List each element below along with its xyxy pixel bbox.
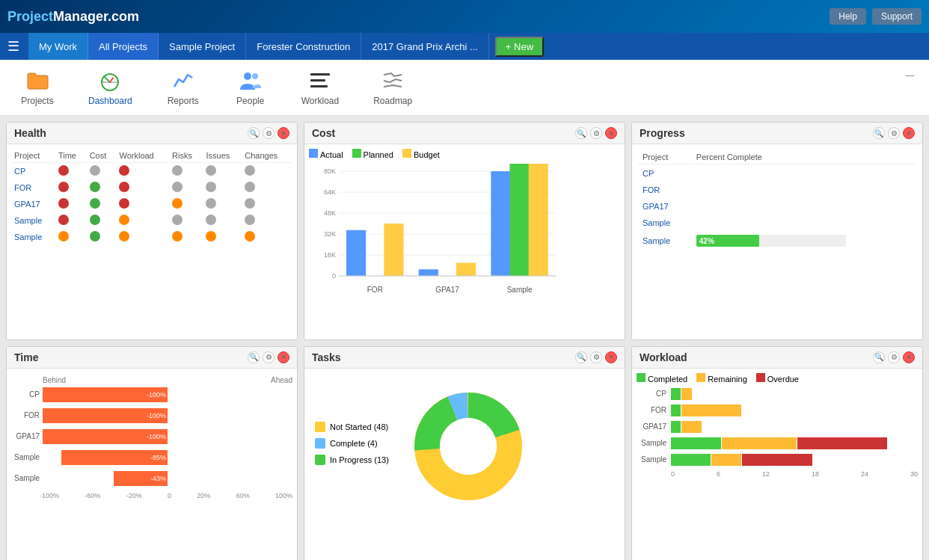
time-dot bbox=[58, 182, 69, 192]
project-link[interactable]: Sample bbox=[14, 233, 42, 241]
health-row: Sample bbox=[11, 212, 292, 229]
cost-dot bbox=[90, 182, 100, 192]
workload-body: Completed Remaining Overdue CP FOR GPA17… bbox=[632, 369, 922, 561]
logo-manager: Manager.com bbox=[53, 9, 139, 24]
nav-workload[interactable]: Workload bbox=[295, 66, 345, 109]
project-link[interactable]: Sample bbox=[14, 216, 42, 225]
cost-chart: 016K32K48K64K80KFORGPA17Sample bbox=[309, 164, 620, 298]
nav-tabs: ☰ My Work All Projects Sample Project Fo… bbox=[0, 33, 929, 60]
issues-dot bbox=[206, 182, 216, 192]
progress-row: Sample bbox=[638, 215, 916, 230]
new-button[interactable]: + New bbox=[495, 37, 544, 57]
time-bar-neg: -100% bbox=[43, 408, 168, 423]
svg-point-33 bbox=[440, 418, 497, 475]
nav-projects[interactable]: Projects bbox=[15, 66, 60, 109]
workload-bars-row bbox=[671, 454, 812, 466]
progress-close-icon[interactable]: ✕ bbox=[903, 127, 915, 139]
progress-row: Sample 42% bbox=[638, 232, 916, 250]
tab-all-projects[interactable]: All Projects bbox=[88, 33, 159, 60]
remaining-bar bbox=[711, 454, 741, 466]
nav-dashboard[interactable]: Dashboard bbox=[82, 66, 138, 109]
progress-project-link[interactable]: Sample bbox=[643, 236, 670, 245]
cost-search-icon[interactable]: 🔍 bbox=[575, 127, 587, 139]
tab-forester-construction[interactable]: Forester Construction bbox=[246, 33, 361, 60]
workload-dot bbox=[119, 215, 129, 225]
time-row-label: FOR bbox=[11, 411, 40, 419]
progress-settings-icon[interactable]: ⚙ bbox=[888, 127, 900, 139]
completed-bar bbox=[671, 437, 721, 449]
health-body: Project Time Cost Workload Risks Issues … bbox=[7, 144, 297, 339]
tasks-close-icon[interactable]: ✕ bbox=[605, 351, 617, 363]
health-col-changes: Changes bbox=[242, 149, 292, 163]
progress-row: GPA17 bbox=[638, 199, 916, 214]
support-button[interactable]: Support bbox=[872, 8, 922, 25]
svg-point-3 bbox=[252, 73, 258, 79]
progress-controls: 🔍 ⚙ ✕ bbox=[873, 127, 915, 139]
time-close-icon[interactable]: ✕ bbox=[278, 351, 289, 363]
nav-people[interactable]: People bbox=[228, 66, 273, 109]
time-search-icon[interactable]: 🔍 bbox=[248, 351, 260, 363]
workload-row: FOR bbox=[637, 404, 918, 416]
dashboard-icon bbox=[98, 69, 122, 93]
health-close-icon[interactable]: ✕ bbox=[278, 127, 289, 139]
tab-grand-prix[interactable]: 2017 Grand Prix Archi ... bbox=[361, 33, 489, 60]
help-button[interactable]: Help bbox=[830, 8, 866, 25]
svg-rect-27 bbox=[529, 164, 548, 276]
time-title: Time bbox=[14, 351, 38, 363]
health-col-time: Time bbox=[55, 149, 87, 163]
folder-icon bbox=[25, 69, 49, 93]
roadmap-icon bbox=[381, 69, 405, 93]
workload-search-icon[interactable]: 🔍 bbox=[873, 351, 885, 363]
project-link[interactable]: FOR bbox=[14, 183, 31, 192]
time-settings-icon[interactable]: ⚙ bbox=[263, 351, 275, 363]
tab-my-work[interactable]: My Work bbox=[28, 33, 88, 60]
cost-close-icon[interactable]: ✕ bbox=[605, 127, 617, 139]
remaining-bar bbox=[681, 388, 691, 400]
time-bar-neg: -85% bbox=[61, 450, 168, 465]
cost-panel-header: Cost 🔍 ⚙ ✕ bbox=[304, 123, 625, 144]
workload-row: Sample bbox=[637, 437, 918, 449]
tasks-search-icon[interactable]: 🔍 bbox=[575, 351, 587, 363]
time-controls: 🔍 ⚙ ✕ bbox=[248, 351, 289, 363]
workload-close-icon[interactable]: ✕ bbox=[903, 351, 915, 363]
health-row: Sample bbox=[11, 229, 292, 245]
health-search-icon[interactable]: 🔍 bbox=[248, 127, 260, 139]
progress-panel: Progress 🔍 ⚙ ✕ Project Percent Complete … bbox=[631, 122, 923, 340]
progress-search-icon[interactable]: 🔍 bbox=[873, 127, 885, 139]
svg-rect-26 bbox=[510, 164, 530, 276]
health-col-workload: Workload bbox=[116, 149, 169, 163]
nav-roadmap[interactable]: Roadmap bbox=[367, 66, 418, 109]
workload-bars-row bbox=[671, 421, 702, 433]
project-link[interactable]: GPA17 bbox=[14, 200, 40, 209]
workload-icon bbox=[308, 69, 332, 93]
time-header: Behind Ahead bbox=[11, 376, 292, 384]
completed-bar bbox=[671, 404, 681, 416]
workload-settings-icon[interactable]: ⚙ bbox=[888, 351, 900, 363]
cost-dot bbox=[90, 215, 100, 225]
in-progress-legend: In Progress (13) bbox=[315, 455, 389, 465]
changes-dot bbox=[245, 182, 255, 192]
reports-icon bbox=[171, 69, 195, 93]
workload-row: CP bbox=[637, 388, 918, 400]
minimize-icon[interactable]: ─ bbox=[906, 69, 914, 82]
cost-dot bbox=[90, 198, 100, 209]
risks-dot bbox=[172, 198, 183, 209]
progress-project-link[interactable]: Sample bbox=[643, 218, 670, 227]
tab-sample-project[interactable]: Sample Project bbox=[159, 33, 246, 60]
nav-reports[interactable]: Reports bbox=[161, 66, 206, 109]
tasks-settings-icon[interactable]: ⚙ bbox=[590, 351, 602, 363]
health-settings-icon[interactable]: ⚙ bbox=[263, 127, 275, 139]
tasks-body: Not Started (48) Complete (4) In Progres… bbox=[304, 369, 625, 561]
progress-project-link[interactable]: FOR bbox=[643, 185, 660, 194]
tasks-title: Tasks bbox=[312, 351, 341, 363]
project-link[interactable]: CP bbox=[14, 167, 25, 176]
svg-text:80K: 80K bbox=[324, 167, 336, 175]
workload-row-label: Sample bbox=[637, 439, 666, 447]
cost-controls: 🔍 ⚙ ✕ bbox=[575, 127, 617, 139]
cost-settings-icon[interactable]: ⚙ bbox=[590, 127, 602, 139]
progress-project-link[interactable]: CP bbox=[643, 169, 654, 178]
time-row-label: Sample bbox=[11, 453, 40, 461]
progress-project-link[interactable]: GPA17 bbox=[643, 202, 669, 211]
hamburger-icon[interactable]: ☰ bbox=[7, 38, 19, 55]
time-row-label: GPA17 bbox=[11, 432, 40, 440]
